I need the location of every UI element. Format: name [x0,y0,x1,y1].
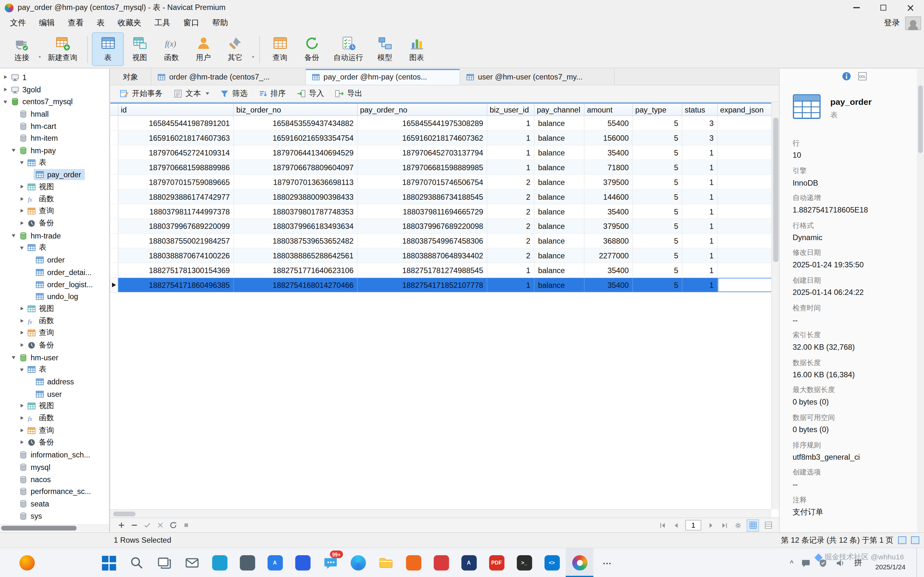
cell-pay_channel[interactable]: balance [535,248,585,263]
chevron-down-icon[interactable] [19,366,25,373]
column-header-amount[interactable]: amount [585,103,633,115]
chevron-right-icon[interactable] [19,196,25,202]
ddl-icon[interactable]: DDL [857,71,867,81]
table-row[interactable]: 1880387550021984257188038753965365248218… [110,234,771,248]
prev-page-button[interactable] [670,519,682,531]
cell-pay_order_no[interactable]: 1880379967689220098 [358,219,487,233]
cell-expand_json[interactable] [718,204,771,218]
menu-item-help[interactable]: 帮助 [206,16,234,30]
taskbar-search-icon[interactable] [123,548,150,577]
taskbar-vscode-app-icon[interactable]: <> [538,548,565,577]
tree-item-hm-pay-backups[interactable]: 备份 [0,218,109,229]
table-row[interactable]: 1880379967689220099188037996618349363418… [110,219,771,234]
toolbar-function-button[interactable]: f(x)函数 [156,32,187,66]
tree-item-hm-pay-functions[interactable]: fx函数 [0,193,109,205]
cell-status[interactable]: 1 [682,189,718,203]
cell-id[interactable]: 1880387550021984257 [118,234,234,248]
table-row[interactable]: 1879706452724109314187970644134069452918… [110,145,771,160]
cell-biz_user_id[interactable]: 2 [487,175,535,189]
cell-biz_user_id[interactable]: 1 [487,160,535,174]
table-row[interactable]: 1880293886174742977188029388009039843318… [110,189,771,204]
chevron-right-icon[interactable] [19,220,25,227]
cell-expand_json[interactable] [718,175,771,189]
sidebar-horizontal-scrollbar[interactable] [0,524,109,532]
chevron-right-icon[interactable] [19,440,25,446]
status-window-icon-2[interactable] [911,536,919,544]
last-page-button[interactable] [718,519,730,531]
taskbar-office-app-icon[interactable] [399,548,427,577]
cell-expand_json[interactable] [718,219,771,233]
tree-item-db-hm-user[interactable]: hm-user [0,351,109,364]
cell-expand_json[interactable] [718,189,771,203]
cell-biz_user_id[interactable]: 1 [487,131,535,145]
tree-item-table-undo-log[interactable]: undo_log [0,290,109,303]
cell-biz_order_no[interactable]: 1882754168014270466 [234,278,358,292]
cell-pay_type[interactable]: 5 [633,131,682,145]
cell-biz_order_no[interactable]: 1880379966183493634 [234,219,358,233]
tree-item-hm-user-views[interactable]: 视图 [0,400,109,412]
cell-pay_channel[interactable]: balance [535,160,585,174]
chevron-right-icon[interactable] [19,427,25,434]
tree-item-db-sys[interactable]: sys [0,510,109,522]
grid-view-button[interactable] [746,519,759,532]
toolbar-others-button[interactable]: 其它 [219,32,251,66]
cell-pay_order_no[interactable]: 1882754171852107778 [358,278,487,292]
filter-button[interactable]: 筛选 [215,87,252,101]
cell-biz_user_id[interactable]: 1 [487,145,535,160]
tab-objects[interactable]: 对象 [110,69,152,85]
cell-biz_user_id[interactable]: 2 [487,204,535,218]
menu-item-table[interactable]: 表 [90,16,111,30]
cell-pay_order_no[interactable]: 1880387549967458306 [358,234,487,248]
toolbar-automation-button[interactable]: 自动运行 [328,32,369,66]
refresh-button[interactable] [167,519,179,531]
cell-pay_order_no[interactable]: 1882751781274988545 [358,263,487,277]
tree-item-hm-pay-queries[interactable]: 查询 [0,205,109,218]
toolbar-view-button[interactable]: 视图 [124,32,156,66]
column-header-pay_type[interactable]: pay_type [633,103,682,115]
tree-item-hm-trade-queries[interactable]: 查询 [0,327,109,339]
tree-item-table-address[interactable]: address [0,376,109,388]
cell-pay_order_no[interactable]: 1659160218174607362 [358,131,487,145]
delete-record-button[interactable] [128,519,141,531]
table-row[interactable]: 1879707015759089665187970701363669811318… [110,175,771,190]
cell-amount[interactable]: 156000 [585,131,633,145]
next-page-button[interactable] [705,519,717,531]
tree-item-db-hm-item[interactable]: hm-item [0,132,109,144]
sort-button[interactable]: 排序 [254,87,291,101]
cell-biz_user_id[interactable]: 2 [487,248,535,263]
tree-item-db-hm-trade[interactable]: hm-trade [0,229,109,242]
taskbar-word-app-icon[interactable]: A [455,548,483,577]
cell-amount[interactable]: 55400 [585,116,633,130]
cell-id[interactable]: 1880379811744997378 [118,204,234,218]
cell-biz_order_no[interactable]: 1879706441340694529 [234,145,358,160]
column-header-biz_order_no[interactable]: biz_order_no [234,103,358,115]
tree-item-hm-pay-views[interactable]: 视图 [0,181,109,193]
cell-pay_type[interactable]: 5 [633,248,682,263]
status-window-icon-1[interactable] [898,536,906,544]
cell-biz_order_no[interactable]: 1659160216593354754 [234,131,358,145]
cell-pay_type[interactable]: 5 [633,278,682,292]
cell-status[interactable]: 1 [682,234,718,248]
cell-amount[interactable]: 368800 [585,234,633,248]
cell-expand_json[interactable] [718,278,771,292]
taskbar-more-apps-icon[interactable]: ··· [594,548,621,577]
cell-pay_channel[interactable]: balance [535,263,585,277]
chevron-down-icon[interactable] [11,147,17,153]
discard-changes-button[interactable] [153,519,166,531]
scrollbar-thumb[interactable] [113,512,136,516]
info-panel-scrollbar[interactable] [917,69,924,532]
cell-id[interactable]: 1659160218174607363 [118,131,234,145]
taskbar-screenshot-app-icon[interactable] [206,548,233,577]
cell-biz_order_no[interactable]: 1879706678809604097 [234,160,358,174]
cell-status[interactable]: 1 [682,219,718,233]
cell-biz_order_no[interactable]: 1879707013636698113 [234,175,358,189]
user-avatar-icon[interactable] [905,16,921,30]
cell-biz_user_id[interactable]: 1 [487,263,535,277]
tree-item-table-order[interactable]: order [0,254,109,266]
cell-biz_user_id[interactable]: 1 [487,116,535,130]
tree-item-db-hm-cart[interactable]: hm-cart [0,120,109,132]
grid-horizontal-scrollbar[interactable] [110,509,771,518]
chevron-down-icon[interactable] [19,245,25,251]
cell-biz_order_no[interactable]: 1880293880090398433 [234,189,358,203]
taskbar-translate-app-icon[interactable]: A [261,548,289,577]
